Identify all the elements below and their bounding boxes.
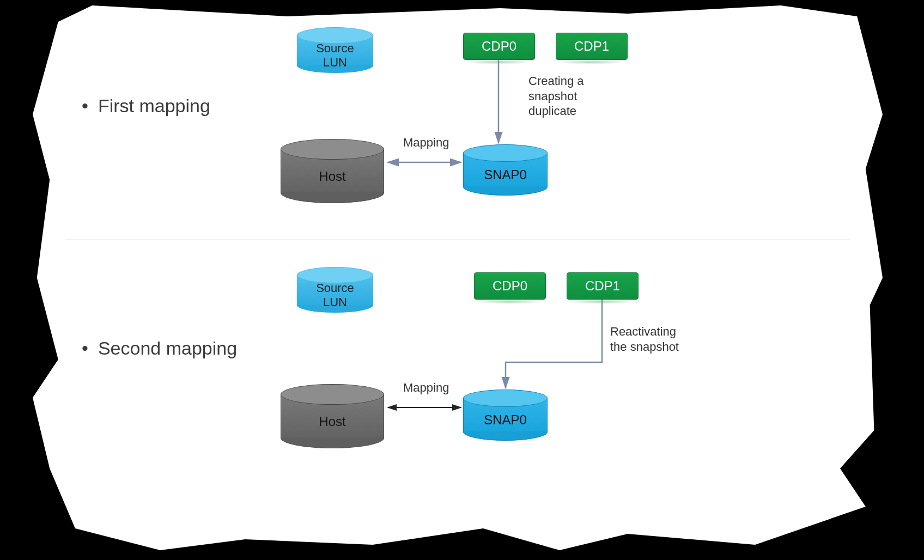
snap0-label-1: SNAP0 xyxy=(463,167,548,182)
second-mapping-title: Second mapping xyxy=(82,338,237,359)
first-mapping-title: First mapping xyxy=(82,95,210,117)
cdp0-box-1: CDP0 xyxy=(463,33,535,60)
arrow-cdp1-to-snap0-2 xyxy=(506,300,602,388)
mapping-label-1: Mapping xyxy=(403,135,449,150)
host-cylinder-1: Host xyxy=(281,139,384,202)
host-cylinder-2: Host xyxy=(281,384,384,447)
snap0-cylinder-2: SNAP0 xyxy=(463,389,548,439)
mapping-label-2: Mapping xyxy=(403,380,449,395)
cdp1-box-2: CDP1 xyxy=(567,272,639,300)
source-lun-label-2: Source LUN xyxy=(297,281,373,309)
note-reactivating: Reactivating the snapshot xyxy=(610,324,679,354)
arrows-layer xyxy=(33,5,883,550)
source-lun-cylinder-2: Source LUN xyxy=(297,267,373,311)
diagram-canvas: First mapping Source LUN CDP0 CDP1 Creat… xyxy=(33,5,883,550)
cdp0-box-2: CDP0 xyxy=(474,272,546,300)
source-lun-cylinder-1: Source LUN xyxy=(297,27,373,71)
cdp1-box-1: CDP1 xyxy=(556,33,628,60)
section-divider xyxy=(65,240,850,240)
source-lun-label-1: Source LUN xyxy=(297,41,373,70)
host-label-2: Host xyxy=(281,414,384,429)
snap0-label-2: SNAP0 xyxy=(463,412,548,428)
snap0-cylinder-1: SNAP0 xyxy=(463,144,548,193)
host-label-1: Host xyxy=(281,169,384,184)
note-creating-snapshot: Creating a snapshot duplicate xyxy=(528,74,584,119)
